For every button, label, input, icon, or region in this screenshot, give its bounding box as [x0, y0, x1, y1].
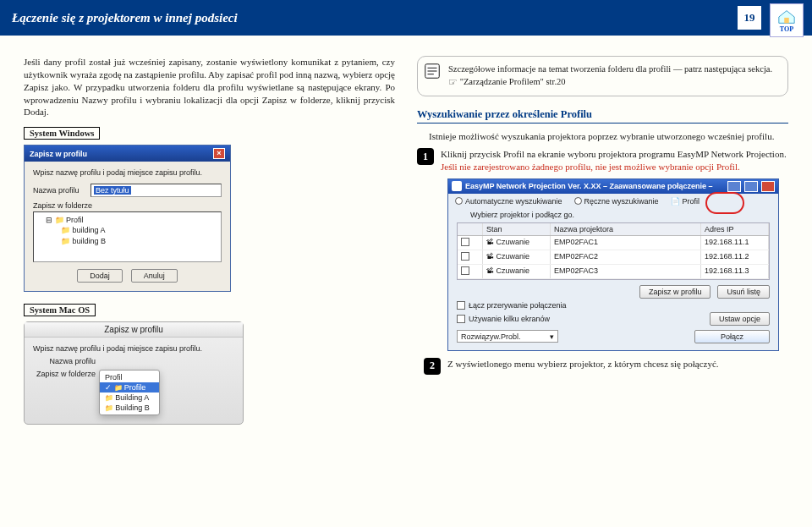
- logo-text: TOP: [780, 25, 793, 33]
- add-button[interactable]: Dodaj: [77, 269, 123, 283]
- info-text: Szczegółowe informacje na temat tworzeni…: [448, 64, 772, 74]
- save-profile-button[interactable]: Zapisz w profilu: [639, 285, 711, 299]
- folder-label: Zapisz w folderze: [33, 201, 222, 210]
- step-number-1: 1: [417, 148, 434, 165]
- page-title: Łączenie się z projektorem w innej podsi…: [12, 11, 238, 25]
- mac-folder-dropdown[interactable]: Profil ✓ Profile Building A Building B: [99, 370, 160, 415]
- content-columns: Jeśli dany profil został już wcześniej z…: [0, 36, 812, 425]
- label-mac: System Mac OS: [24, 304, 96, 316]
- clear-list-button[interactable]: Usuń listę: [717, 285, 770, 299]
- pointer-icon: ☞: [448, 76, 458, 88]
- header-bar: Łączenie się z projektorem w innej podsi…: [0, 0, 812, 36]
- checkbox-multiscreen[interactable]: [457, 315, 465, 323]
- tab-profile[interactable]: 📄Profil: [671, 197, 700, 206]
- maximize-icon[interactable]: [744, 181, 758, 192]
- page-number: 19: [738, 6, 761, 30]
- cancel-button[interactable]: Anuluj: [131, 269, 178, 283]
- mac-name-label: Nazwa profilu: [33, 357, 96, 365]
- search-mode-tabs: Automatyczne wyszukiwanie Ręczne wyszuki…: [448, 194, 778, 209]
- close-icon[interactable]: [761, 181, 775, 192]
- app-window: EasyMP Network Projection Ver. X.XX – Za…: [447, 178, 779, 351]
- name-label: Nazwa profilu: [33, 186, 85, 195]
- minimize-icon[interactable]: [727, 181, 741, 192]
- col-stan: Stan: [483, 223, 551, 235]
- options-button[interactable]: Ustaw opcje: [710, 312, 770, 326]
- section-intro: Istnieje możliwość wyszukania projektora…: [417, 130, 788, 143]
- col-ip: Adres IP: [701, 223, 769, 235]
- step-1: 1 Kliknij przycisk Profil na ekranie wyb…: [417, 148, 788, 173]
- right-column: Szczegółowe informacje na temat tworzeni…: [417, 56, 788, 425]
- info-box: Szczegółowe informacje na temat tworzeni…: [417, 56, 788, 96]
- app-bottom-controls: Zapisz w profilu Usuń listę Łącz przeryw…: [448, 280, 778, 350]
- troubleshoot-dropdown[interactable]: Rozwiązyw.Probl.▾: [457, 330, 558, 343]
- table-row[interactable]: 📽 Czuwanie EMP02FAC1 192.168.11.1: [458, 236, 769, 250]
- highlight-circle: [705, 192, 744, 214]
- windows-dialog-title: Zapisz w profilu: [30, 150, 87, 158]
- app-title-text: EasyMP Network Projection Ver. X.XX – Za…: [465, 182, 724, 190]
- note-icon: [423, 62, 442, 80]
- connect-button[interactable]: Połącz: [694, 330, 770, 343]
- label-windows: System Windows: [24, 127, 100, 140]
- step-number-2: 2: [424, 358, 441, 375]
- step-2: 2 Z wyświetlonego menu wybierz projektor…: [424, 358, 788, 375]
- mac-dialog-title: Zapisz w profilu: [25, 322, 243, 338]
- section-heading: Wyszukiwanie przez określenie Profilu: [417, 108, 788, 124]
- mac-hint: Wpisz nazwę profilu i podaj miejsce zapi…: [33, 344, 238, 353]
- row-checkbox[interactable]: [461, 252, 469, 261]
- step1-text-a: Kliknij przycisk Profil na ekranie wybor…: [441, 149, 787, 159]
- table-row[interactable]: 📽 Czuwanie EMP02FAC3 192.168.11.3: [458, 265, 769, 279]
- row-checkbox[interactable]: [461, 266, 469, 275]
- top-logo: TOP: [770, 3, 804, 37]
- mac-dialog: Zapisz w profilu Wpisz nazwę profilu i p…: [24, 321, 244, 425]
- left-column: Jeśli dany profil został już wcześniej z…: [24, 56, 395, 425]
- intro-paragraph: Jeśli dany profil został już wcześniej z…: [24, 56, 395, 118]
- svg-rect-0: [784, 17, 789, 22]
- app-icon: [452, 181, 462, 191]
- windows-dialog-body: Wpisz nazwę profilu i podaj miejsce zapi…: [25, 162, 230, 291]
- col-name: Nazwa projektora: [551, 223, 701, 235]
- info-link[interactable]: "Zarządzanie Profilem" str.20: [460, 77, 566, 86]
- folder-tree[interactable]: ⊟ 📁 Profil 📁 building A 📁 building B: [33, 211, 222, 262]
- profile-name-input[interactable]: Bez tytułu: [91, 184, 222, 197]
- windows-dialog-hint: Wpisz nazwę profilu i podaj miejsce zapi…: [33, 168, 222, 177]
- tab-manual[interactable]: Ręczne wyszukiwanie: [574, 197, 659, 206]
- checkbox-interrupt[interactable]: [457, 301, 465, 310]
- chevron-down-icon: ▾: [550, 332, 554, 341]
- table-row[interactable]: 📽 Czuwanie EMP02FAC2 192.168.11.2: [458, 250, 769, 265]
- windows-dialog: Zapisz w profilu × Wpisz nazwę profilu i…: [24, 145, 231, 292]
- step2-text: Z wyświetlonego menu wybierz projektor, …: [447, 358, 719, 375]
- close-icon[interactable]: ×: [213, 148, 225, 159]
- tab-auto[interactable]: Automatyczne wyszukiwanie: [455, 197, 562, 206]
- windows-dialog-title-bar: Zapisz w profilu ×: [25, 145, 230, 162]
- step1-text-b: Jeśli nie zarejestrowano żadnego profilu…: [441, 162, 740, 172]
- mac-folder-label: Zapisz w folderze: [33, 370, 96, 378]
- projector-table: Stan Nazwa projektora Adres IP 📽 Czuwani…: [457, 222, 770, 280]
- row-checkbox[interactable]: [461, 238, 469, 246]
